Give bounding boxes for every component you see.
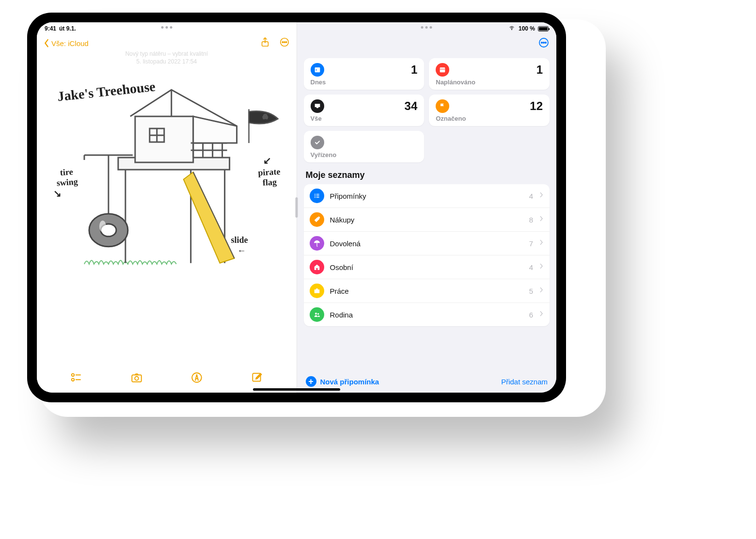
card-scheduled-label: Naplánováno	[436, 79, 543, 86]
svg-point-39	[541, 42, 542, 43]
list-item-count: 4	[529, 192, 533, 200]
note-body[interactable]: ☠ Jake's Treehouse tire swing ↘ pirate f…	[37, 65, 297, 366]
compose-icon[interactable]	[251, 371, 263, 386]
card-flagged[interactable]: 12 Označeno	[429, 95, 550, 126]
list-icon	[310, 189, 324, 203]
card-today[interactable]: 1 Dnes	[304, 58, 425, 90]
svg-point-35	[135, 377, 139, 380]
svg-point-30	[72, 374, 74, 376]
inbox-icon	[311, 99, 324, 113]
home-indicator[interactable]	[253, 388, 340, 391]
svg-text:☠: ☠	[263, 113, 268, 120]
calendar-today-icon	[311, 63, 324, 77]
svg-rect-34	[132, 375, 142, 382]
calendar-icon	[436, 63, 449, 77]
svg-rect-45	[440, 67, 445, 72]
note-sketch: ☠ Jake's Treehouse tire swing ↘ pirate f…	[46, 70, 288, 274]
list-item-name: Připomínky	[330, 192, 523, 200]
svg-point-60	[317, 313, 319, 315]
list-item-name: Dovolená	[330, 239, 523, 248]
reminders-more-icon[interactable]	[538, 37, 550, 50]
svg-rect-53	[316, 195, 319, 196]
list-item[interactable]: Dovolená7	[304, 232, 550, 255]
ipad-frame: 9:41 út 9.1. 100 % Vše: iCloud	[27, 13, 566, 402]
card-today-count: 1	[411, 63, 417, 77]
camera-icon[interactable]	[130, 371, 143, 386]
note-meta: Nový typ nátěru – vybrat kvalitní 5. lis…	[37, 50, 297, 65]
share-icon[interactable]	[260, 37, 270, 49]
list-item[interactable]: Osobní4	[304, 255, 550, 279]
svg-rect-58	[316, 288, 318, 289]
screen: 9:41 út 9.1. 100 % Vše: iCloud	[37, 22, 556, 393]
list-item-count: 4	[529, 263, 533, 271]
card-today-label: Dnes	[311, 79, 418, 86]
back-button[interactable]: Vše: iCloud	[44, 39, 89, 48]
status-battery-text: 100 %	[519, 25, 535, 32]
split-view-handle[interactable]	[296, 197, 298, 218]
chevron-right-icon	[539, 191, 544, 200]
chevron-right-icon	[539, 310, 544, 319]
svg-point-48	[442, 70, 443, 71]
svg-rect-43	[315, 67, 320, 69]
status-bar: 9:41 út 9.1. 100 %	[37, 22, 556, 33]
svg-point-49	[443, 70, 444, 71]
annotation-tire-swing: tire swing	[52, 166, 82, 189]
my-lists: Připomínky4Nákupy8Dovolená7Osobní4Práce5…	[304, 184, 550, 326]
chevron-right-icon	[539, 239, 544, 248]
list-item-count: 8	[529, 216, 533, 224]
card-all-count: 34	[405, 99, 418, 113]
status-time: 9:41	[45, 25, 56, 32]
markup-icon[interactable]	[190, 371, 203, 386]
svg-point-5	[285, 42, 286, 43]
annotation-slide: slide	[231, 235, 248, 245]
checkmark-icon	[311, 136, 324, 149]
people-icon	[310, 307, 324, 322]
reminders-summary-cards: 1 Dnes 1 Naplánováno	[297, 51, 557, 162]
svg-rect-55	[316, 197, 319, 198]
chevron-right-icon	[539, 286, 544, 295]
card-scheduled[interactable]: 1 Naplánováno	[429, 58, 550, 90]
notes-app: Vše: iCloud Nový typ nátěru – vybrat kva…	[37, 22, 297, 393]
card-completed[interactable]: Vyřízeno	[304, 131, 425, 162]
svg-point-54	[315, 197, 315, 198]
annotation-pirate-flag: pirate flag	[254, 167, 284, 189]
new-reminder-label: Nová připomínka	[320, 378, 379, 386]
reminders-app: 1 Dnes 1 Naplánováno	[297, 22, 557, 393]
wifi-icon	[508, 25, 516, 32]
my-lists-title: Moje seznamy	[297, 162, 557, 184]
chevron-right-icon	[539, 215, 544, 224]
chevron-right-icon	[539, 263, 544, 271]
svg-point-26	[99, 221, 106, 232]
list-item[interactable]: Připomínky4	[304, 184, 550, 208]
card-completed-label: Vyřízeno	[311, 151, 418, 159]
svg-point-3	[282, 42, 283, 43]
list-item-name: Nákupy	[330, 216, 523, 224]
svg-point-32	[72, 379, 74, 381]
more-icon[interactable]	[279, 37, 290, 49]
list-item-name: Práce	[330, 287, 523, 295]
card-flagged-label: Označeno	[436, 115, 543, 122]
card-all[interactable]: 34 Vše	[304, 95, 425, 126]
card-all-label: Vše	[311, 115, 418, 122]
list-item-name: Rodina	[330, 311, 523, 319]
list-item-count: 5	[529, 287, 533, 295]
list-item[interactable]: Rodina6	[304, 303, 550, 326]
list-item[interactable]: Nákupy8	[304, 208, 550, 232]
list-item[interactable]: Práce5	[304, 279, 550, 303]
card-flagged-count: 12	[530, 99, 543, 113]
svg-rect-51	[316, 194, 319, 194]
svg-rect-44	[315, 69, 316, 70]
back-label: Vše: iCloud	[51, 39, 89, 48]
new-reminder-button[interactable]: + Nová připomínka	[306, 376, 379, 387]
briefcase-icon	[310, 284, 324, 298]
svg-point-4	[284, 42, 284, 43]
plus-icon: +	[306, 376, 316, 387]
add-list-button[interactable]: Přidat seznam	[501, 378, 548, 386]
battery-icon	[538, 26, 549, 32]
carrot-icon	[310, 212, 324, 227]
list-item-count: 7	[529, 239, 533, 248]
umbrella-icon	[310, 236, 324, 251]
svg-point-52	[315, 195, 315, 196]
checklist-icon[interactable]	[70, 371, 83, 386]
svg-rect-57	[314, 289, 319, 293]
